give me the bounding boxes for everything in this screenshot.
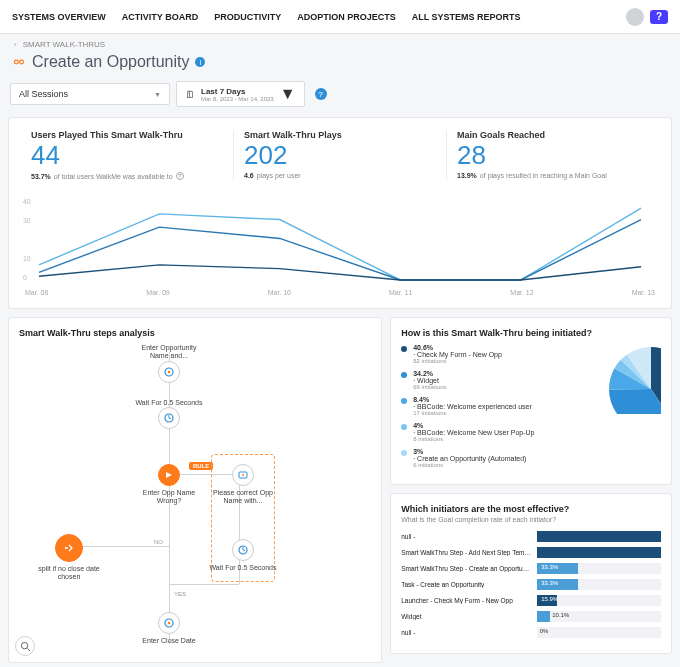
effectiveness-bar: [537, 547, 661, 558]
effectiveness-row[interactable]: Launcher - Check My Form - New Opp15.9%: [401, 595, 661, 606]
date-label: Last 7 Days: [201, 87, 274, 96]
breadcrumb: ‹ SMART WALK-THRUS: [0, 34, 680, 49]
steps-analysis-panel: Smart Walk-Thru steps analysis NO YES En…: [8, 317, 382, 663]
metric-users-played: Users Played This Smart Walk-Thru 44 53.…: [21, 130, 234, 180]
flow-diagram[interactable]: NO YES Enter Opportunity Name and... Wai…: [19, 344, 371, 644]
svg-point-15: [168, 622, 170, 624]
initiated-item[interactable]: 8.4%· BBCode: Welcome experienced user17…: [401, 396, 581, 416]
initiated-item[interactable]: 3%· Create an Opportunity (Automated)6 i…: [401, 448, 581, 468]
effectiveness-row[interactable]: Task - Create an Opportunity33.3%: [401, 579, 661, 590]
trend-chart: 0103040 Mar. 08Mar. 09Mar. 10Mar. 11Mar.…: [9, 180, 671, 308]
info-icon[interactable]: i: [195, 57, 205, 67]
metric-sub-text: of plays resulted in reaching a Main Goa…: [480, 172, 607, 179]
effectiveness-label: Smart WalkThru Step - Create an Opportun…: [401, 565, 531, 572]
sessions-select-label: All Sessions: [19, 89, 68, 99]
svg-point-8: [168, 371, 170, 373]
page-title: Create an Opportunity: [32, 53, 189, 71]
effectiveness-bar: [537, 531, 661, 542]
flow-node-opp-name-wrong[interactable]: Enter Opp Name Wrong?: [133, 464, 205, 506]
filters-row: All Sessions ▼ 🗓 Last 7 Days Mar 8, 2023…: [0, 81, 680, 117]
svg-point-13: [65, 547, 67, 549]
nav-tab-systems-overview[interactable]: SYSTEMS OVERVIEW: [12, 2, 106, 32]
chart-x-tick: Mar. 09: [146, 289, 169, 296]
nav-tab-all-reports[interactable]: ALL SYSTEMS REPORTS: [412, 2, 521, 32]
chart-x-tick: Mar. 08: [25, 289, 48, 296]
flow-node-wait-1[interactable]: Wait For 0.5 Seconds: [133, 399, 205, 432]
metric-value: 202: [244, 142, 436, 168]
date-range-select[interactable]: 🗓 Last 7 Days Mar 8, 2023 - Mar 14, 2023…: [176, 81, 305, 107]
flow-node-enter-close-date[interactable]: Enter Close Date: [133, 612, 205, 645]
zoom-button[interactable]: [15, 636, 35, 656]
sessions-select[interactable]: All Sessions ▼: [10, 83, 170, 105]
flow-yes-label: YES: [174, 591, 186, 597]
panel-title: How is this Smart Walk-Thru being initia…: [401, 328, 661, 338]
effectiveness-label: Widget: [401, 613, 531, 620]
metric-sub-strong: 4.6: [244, 172, 254, 179]
effectiveness-list: null -Smart WalkThru Step - Add Next Ste…: [401, 531, 661, 638]
flow-node-wait-2[interactable]: Wait For 0.5 Seconds: [207, 539, 279, 572]
flow-no-label: NO: [154, 539, 163, 545]
nav-tabs: SYSTEMS OVERVIEW ACTIVITY BOARD PRODUCTI…: [12, 2, 626, 32]
metric-label: Smart Walk-Thru Plays: [244, 130, 436, 140]
metric-goals: Main Goals Reached 28 13.9%of plays resu…: [447, 130, 659, 180]
legend-dot-icon: [401, 450, 407, 456]
svg-line-17: [27, 648, 30, 651]
metric-sub-text: of total users WalkMe was available to: [54, 173, 173, 180]
avatar[interactable]: [626, 8, 644, 26]
help-icon[interactable]: ?: [176, 172, 184, 180]
flow-node-please-correct[interactable]: Please correct Opp Name with...: [207, 464, 279, 506]
initiated-item[interactable]: 40.6%· Check My Form - New Opp82 initiat…: [401, 344, 581, 364]
legend-dot-icon: [401, 398, 407, 404]
flow-node-label: Wait For 0.5 Seconds: [133, 399, 205, 407]
chart-x-tick: Mar. 11: [389, 289, 412, 296]
chevron-down-icon: ▼: [280, 85, 296, 103]
chart-x-tick: Mar. 13: [632, 289, 655, 296]
help-button[interactable]: ?: [650, 10, 668, 24]
svg-point-16: [21, 642, 27, 648]
effectiveness-row[interactable]: Widget10.1%: [401, 611, 661, 622]
effectiveness-bar: 15.9%: [537, 595, 661, 606]
legend-dot-icon: [401, 346, 407, 352]
svg-text:30: 30: [23, 217, 31, 224]
initiated-item[interactable]: 4%· BBCode: Welcome New User Pop-Up8 ini…: [401, 422, 581, 442]
effectiveness-row[interactable]: Smart WalkThru Step - Create an Opportun…: [401, 563, 661, 574]
effectiveness-bar: 0%: [537, 627, 661, 638]
flow-node-label: Enter Close Date: [133, 637, 205, 645]
breadcrumb-label[interactable]: SMART WALK-THRUS: [23, 40, 106, 49]
flow-node-enter-opportunity[interactable]: Enter Opportunity Name and...: [133, 344, 205, 386]
metric-sub-text: plays per user: [257, 172, 301, 179]
help-icon[interactable]: ?: [315, 88, 327, 100]
initiated-item[interactable]: 34.2%· Widget69 initiations: [401, 370, 581, 390]
panel-title: Which initiators are the most effective?: [401, 504, 661, 514]
flow-node-label: Enter Opp Name Wrong?: [133, 489, 205, 506]
svg-point-11: [242, 474, 244, 476]
metric-plays: Smart Walk-Thru Plays 202 4.6plays per u…: [234, 130, 447, 180]
page-title-row: Create an Opportunity i: [0, 49, 680, 81]
metric-label: Users Played This Smart Walk-Thru: [31, 130, 223, 140]
legend-dot-icon: [401, 372, 407, 378]
effectiveness-row[interactable]: null -: [401, 531, 661, 542]
legend-dot-icon: [401, 424, 407, 430]
metric-sub-strong: 53.7%: [31, 173, 51, 180]
effectiveness-row[interactable]: Smart WalkThru Step - Add Next Step Temp…: [401, 547, 661, 558]
initiated-list: 40.6%· Check My Form - New Opp82 initiat…: [401, 344, 581, 474]
flow-node-label: split if no close date chosen: [33, 565, 105, 582]
effectiveness-panel: Which initiators are the most effective?…: [390, 493, 672, 654]
svg-text:0: 0: [23, 274, 27, 281]
back-icon[interactable]: ‹: [14, 40, 17, 49]
date-range: Mar 8, 2023 - Mar 14, 2023: [201, 96, 274, 102]
top-nav: SYSTEMS OVERVIEW ACTIVITY BOARD PRODUCTI…: [0, 0, 680, 34]
effectiveness-row[interactable]: null -0%: [401, 627, 661, 638]
svg-text:40: 40: [23, 198, 31, 205]
svg-point-1: [20, 60, 24, 64]
flow-node-split[interactable]: split if no close date chosen: [33, 534, 105, 582]
svg-point-0: [14, 60, 18, 64]
flow-node-label: Please correct Opp Name with...: [207, 489, 279, 506]
nav-tab-adoption-projects[interactable]: ADOPTION PROJECTS: [297, 2, 396, 32]
panel-subtitle: What is the Goal completion rate of each…: [401, 516, 661, 523]
initiated-panel: How is this Smart Walk-Thru being initia…: [390, 317, 672, 485]
panel-title: Smart Walk-Thru steps analysis: [19, 328, 371, 338]
effectiveness-bar: 33.3%: [537, 579, 661, 590]
nav-tab-activity-board[interactable]: ACTIVITY BOARD: [122, 2, 198, 32]
nav-tab-productivity[interactable]: PRODUCTIVITY: [214, 2, 281, 32]
